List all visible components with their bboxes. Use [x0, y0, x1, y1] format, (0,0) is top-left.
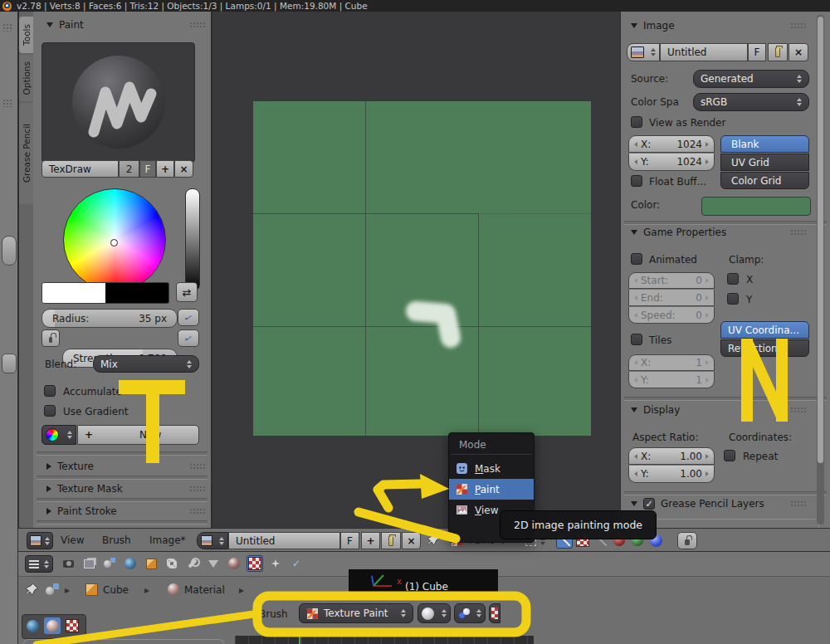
image-panel-header[interactable]: Image: [631, 20, 675, 32]
float-buffer-checkbox[interactable]: [631, 175, 642, 187]
increment-arrow-icon[interactable]: [706, 142, 709, 147]
timeline-strip[interactable]: [235, 636, 534, 644]
physics-tab[interactable]: ✓: [288, 555, 305, 572]
brush-preview[interactable]: [42, 42, 195, 163]
blend-dropdown[interactable]: Mix: [93, 355, 199, 373]
view-as-render-checkbox[interactable]: [631, 116, 642, 128]
brush-shape-selector[interactable]: [417, 603, 451, 623]
open-image-button[interactable]: [768, 43, 788, 61]
scrollbar-track[interactable]: [817, 15, 824, 524]
fake-user-button[interactable]: F: [748, 43, 766, 61]
primary-color-swatch[interactable]: [42, 282, 107, 304]
object-tab[interactable]: [143, 555, 159, 572]
material-tab[interactable]: [226, 555, 242, 572]
anim-start-field[interactable]: Start:0: [628, 272, 715, 289]
texture-mask-section-header[interactable]: Texture Mask: [46, 483, 123, 495]
game-properties-header[interactable]: Game Properties: [631, 227, 726, 238]
animated-checkbox[interactable]: [631, 253, 642, 265]
brush-type-dropdown[interactable]: Texture Paint: [299, 603, 413, 623]
object-data-tab[interactable]: [205, 555, 222, 572]
aspect-y-field[interactable]: Y:1.00: [628, 466, 715, 483]
clamp-y-checkbox[interactable]: [727, 293, 739, 305]
timeline-cursor[interactable]: [299, 636, 300, 644]
editor-type-selector[interactable]: [25, 555, 53, 573]
uv-coordinates-button[interactable]: UV Coordina...: [720, 321, 809, 339]
grease-pencil-layers-header[interactable]: ✓ Grease Pencil Layers: [631, 498, 764, 510]
scene-icon[interactable]: [46, 583, 59, 597]
decrement-arrow-icon[interactable]: [634, 159, 637, 164]
accumulate-checkbox[interactable]: [44, 385, 56, 397]
lock-button[interactable]: [677, 532, 697, 549]
editor-type-selector[interactable]: [27, 532, 53, 549]
use-gradient-checkbox[interactable]: [44, 405, 56, 417]
image-width-field[interactable]: X: 1024: [628, 135, 715, 153]
particles-tab[interactable]: [267, 555, 284, 572]
image-editor-canvas[interactable]: [212, 12, 621, 528]
generated-type-colorgrid-button[interactable]: Color Grid: [720, 172, 809, 189]
menu-view[interactable]: View: [61, 534, 84, 546]
menu-image[interactable]: Image*: [149, 534, 186, 546]
panel-grip-icon[interactable]: [189, 508, 206, 514]
brush-users-button[interactable]: 2: [119, 160, 139, 178]
tiles-x-field[interactable]: X:1: [628, 354, 715, 371]
tab-options[interactable]: Options: [19, 55, 33, 101]
texture-section-header[interactable]: Texture: [46, 461, 94, 472]
anim-end-field[interactable]: End:0: [628, 290, 715, 306]
new-palette-button[interactable]: + New: [77, 425, 199, 445]
color-wheel-cursor[interactable]: [110, 239, 118, 246]
generated-type-uvgrid-button[interactable]: UV Grid: [720, 154, 809, 171]
panel-grip-icon[interactable]: [790, 407, 807, 412]
image-name-field[interactable]: Untitled: [228, 532, 340, 549]
material-texture-button-active[interactable]: [44, 617, 61, 634]
source-dropdown[interactable]: Generated: [693, 70, 809, 88]
panel-grip-icon[interactable]: [189, 463, 206, 469]
generated-color-swatch[interactable]: [701, 197, 811, 216]
open-image-button[interactable]: [381, 532, 401, 549]
grease-pencil-checkbox[interactable]: ✓: [643, 498, 655, 510]
clamp-x-checkbox[interactable]: [727, 273, 739, 285]
render-tab[interactable]: [60, 555, 76, 572]
unlink-brush-button[interactable]: ×: [174, 160, 193, 178]
panel-grip-icon[interactable]: [790, 229, 807, 235]
menu-brush[interactable]: Brush: [102, 534, 131, 546]
panel-grip-icon[interactable]: [189, 485, 206, 491]
modifiers-tab[interactable]: [184, 555, 201, 572]
texture-slot-button[interactable]: [489, 603, 500, 623]
unlink-image-button[interactable]: ×: [402, 532, 421, 549]
render-layers-tab[interactable]: [81, 555, 97, 572]
radius-pressure-button[interactable]: [178, 309, 199, 326]
scene-tab[interactable]: [101, 555, 118, 572]
mode-menu-item-paint[interactable]: Paint: [449, 479, 534, 500]
pin-icon[interactable]: [25, 583, 39, 597]
image-datablock-selector[interactable]: [197, 532, 228, 549]
fake-user-button[interactable]: F: [139, 160, 156, 178]
display-panel-header[interactable]: Display: [631, 404, 680, 416]
paint-stroke-section-header[interactable]: Paint Stroke: [46, 505, 117, 517]
unlink-image-button[interactable]: ×: [788, 43, 808, 61]
aspect-x-field[interactable]: X:1.00: [628, 447, 715, 465]
pin-icon[interactable]: [427, 533, 441, 547]
constraints-tab[interactable]: [164, 555, 180, 572]
image-name-field[interactable]: Untitled: [660, 43, 748, 61]
panel-grip-icon[interactable]: [790, 22, 807, 28]
image-datablock-selector[interactable]: [627, 43, 660, 61]
texture-tab-active[interactable]: [247, 555, 263, 572]
brush-name-field[interactable]: TexDraw: [42, 160, 119, 178]
value-slider[interactable]: [185, 188, 200, 291]
strength-pressure-button[interactable]: [178, 329, 199, 347]
paint-panel-header[interactable]: Paint: [46, 19, 84, 31]
other-texture-button[interactable]: [64, 617, 81, 634]
world-texture-button[interactable]: [24, 617, 41, 634]
anim-speed-field[interactable]: Speed:0: [628, 307, 715, 324]
panel-grip-icon[interactable]: [790, 500, 807, 506]
colorspace-dropdown[interactable]: sRGB: [693, 93, 809, 111]
world-tab[interactable]: [122, 555, 139, 572]
tiles-checkbox[interactable]: [631, 334, 642, 345]
panel-grip-icon[interactable]: [189, 22, 206, 27]
swap-colors-button[interactable]: ⇄: [176, 282, 198, 302]
breadcrumb-object[interactable]: Cube: [103, 584, 129, 596]
scrollbar-thumb[interactable]: [818, 17, 823, 463]
generated-image[interactable]: [253, 101, 591, 436]
brush-mapping-selector[interactable]: [454, 603, 486, 623]
generated-type-blank-button[interactable]: Blank: [720, 135, 809, 153]
